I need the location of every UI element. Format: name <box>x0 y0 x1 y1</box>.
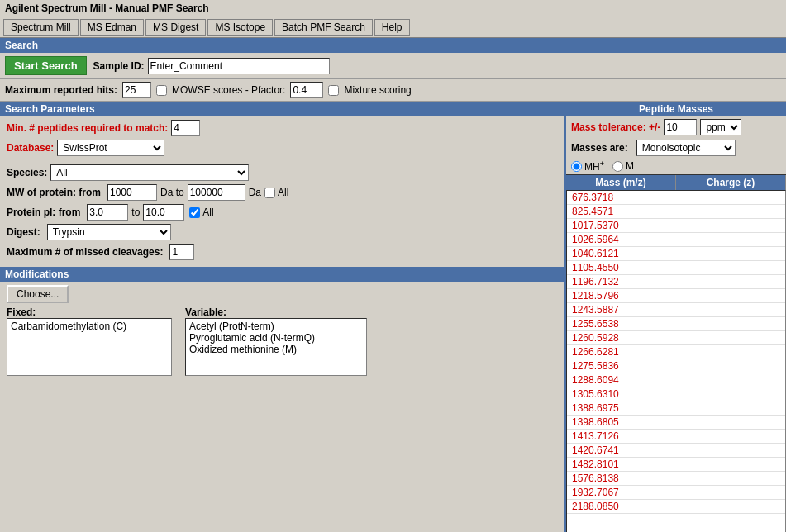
mw-da-label: Da to <box>160 187 184 198</box>
mw-from-input[interactable] <box>107 184 157 201</box>
table-row: 1305.6310 <box>567 387 785 401</box>
table-row: 1413.7126 <box>567 430 785 444</box>
variable-label: Variable: <box>185 306 226 318</box>
charge-value <box>676 486 785 499</box>
menu-spectrum-mill[interactable]: Spectrum Mill <box>3 19 79 36</box>
charge-value <box>676 387 785 401</box>
mowse-input[interactable] <box>290 82 323 98</box>
variable-item-2: Oxidized methionine (M) <box>189 344 363 355</box>
species-label: Species: <box>7 167 47 178</box>
mass-value: 1196.7132 <box>567 275 676 288</box>
charge-value <box>676 401 785 415</box>
menu-ms-digest[interactable]: MS Digest <box>145 19 206 36</box>
mw-da-label2: Da <box>249 187 261 198</box>
missed-cleavages-row: Maximum # of missed cleavages: <box>7 244 558 260</box>
mass-column-header: Mass (m/z) <box>566 175 676 190</box>
mw-row: MW of protein: from Da to Da All <box>7 184 558 201</box>
digest-row: Digest: Trypsin Chymotrypsin GluC LysC N… <box>7 224 558 240</box>
charge-value <box>676 261 785 274</box>
mass-value: 1026.5964 <box>567 233 676 246</box>
mass-value: 1243.5887 <box>567 303 676 316</box>
sample-id-label: Sample ID: <box>93 60 145 72</box>
table-row: 1196.7132 <box>567 275 785 289</box>
choose-button[interactable]: Choose... <box>7 285 69 303</box>
m-label: M <box>626 160 634 172</box>
mass-value: 1017.5370 <box>567 219 676 232</box>
charge-value <box>676 331 785 344</box>
pi-all-checkbox[interactable] <box>189 207 200 218</box>
mh-plus-radio[interactable] <box>571 161 582 172</box>
table-row: 1288.6094 <box>567 373 785 387</box>
table-row: 1026.5964 <box>567 233 785 247</box>
species-select[interactable]: All <box>50 164 249 181</box>
menu-batch-pmf[interactable]: Batch PMF Search <box>274 19 373 36</box>
table-row: 1105.4550 <box>567 261 785 275</box>
mixture-label: Mixture scoring <box>344 84 411 96</box>
m-radio[interactable] <box>612 161 623 172</box>
charge-value <box>676 444 785 457</box>
max-hits-input[interactable] <box>122 82 151 98</box>
menu-bar: Spectrum Mill MS Edman MS Digest MS Isot… <box>0 17 786 38</box>
fixed-section: Fixed: Carbamidomethylation (C) <box>7 306 172 376</box>
min-peptides-input[interactable] <box>171 120 200 136</box>
variable-item-1: Pyroglutamic acid (N-termQ) <box>189 332 363 344</box>
digest-select[interactable]: Trypsin Chymotrypsin GluC LysC None <box>47 224 171 240</box>
mh-plus-label: MH+ <box>584 159 604 173</box>
m-radio-label[interactable]: M <box>612 160 634 172</box>
charge-value <box>676 289 785 302</box>
table-row: 1932.7067 <box>567 486 785 500</box>
mass-tolerance-row: Mass tolerance: +/- ppm Da <box>566 116 786 138</box>
charge-value <box>676 247 785 260</box>
charge-value <box>676 458 785 471</box>
mass-tolerance-unit-select[interactable]: ppm Da <box>700 119 741 135</box>
mh-m-row: MH+ M <box>566 158 786 174</box>
min-peptides-row: Min. # peptides required to match: <box>7 120 558 136</box>
search-section-header: Search <box>0 38 786 53</box>
pi-from-label: Protein pI: from <box>7 207 80 218</box>
search-params-header: Search Parameters <box>0 102 564 116</box>
modifications-section: Choose... Fixed: Carbamidomethylation (C… <box>0 282 564 379</box>
pi-from-input[interactable] <box>87 204 128 221</box>
species-row: Species: All <box>7 164 558 181</box>
missed-cleavages-label: Maximum # of missed cleavages: <box>7 246 163 258</box>
charge-value <box>676 275 785 288</box>
charge-column-header: Charge (z) <box>676 175 786 190</box>
table-row: 1260.5928 <box>567 331 785 345</box>
pi-to-input[interactable] <box>143 204 184 221</box>
database-row: Database: SwissProt UniProt NCBInr IPI <box>7 140 558 156</box>
charge-value <box>676 359 785 373</box>
fixed-var-row: Fixed: Carbamidomethylation (C) Variable… <box>7 306 558 376</box>
mass-value: 2188.0850 <box>567 500 676 513</box>
missed-cleavages-input[interactable] <box>169 244 194 260</box>
mass-table-body[interactable]: 676.3718825.45711017.53701026.59641040.6… <box>566 190 786 532</box>
mw-to-input[interactable] <box>188 184 245 201</box>
charge-value <box>676 472 785 485</box>
charge-value <box>676 430 785 443</box>
mh-plus-radio-label[interactable]: MH+ <box>571 159 604 173</box>
max-hits-row: Maximum reported hits: MOWSE scores - Pf… <box>0 79 786 102</box>
menu-ms-isotope[interactable]: MS Isotope <box>207 19 273 36</box>
pi-row: Protein pI: from to All <box>7 204 558 221</box>
masses-are-label: Masses are: <box>571 142 628 154</box>
menu-ms-edman[interactable]: MS Edman <box>80 19 144 36</box>
table-row: 1040.6121 <box>567 247 785 261</box>
table-row: 1420.6741 <box>567 444 785 458</box>
mixture-checkbox[interactable] <box>328 85 339 96</box>
start-search-button[interactable]: Start Search <box>5 56 87 75</box>
mass-value: 1420.6741 <box>567 444 676 457</box>
param-grid: Min. # peptides required to match: Datab… <box>0 116 564 267</box>
table-row: 1266.6281 <box>567 345 785 359</box>
mass-tolerance-input[interactable] <box>664 119 697 135</box>
mw-all-checkbox[interactable] <box>264 188 275 198</box>
masses-are-select[interactable]: Monoisotopic Average <box>636 140 736 156</box>
table-row: 1576.8138 <box>567 472 785 486</box>
database-select[interactable]: SwissProt UniProt NCBInr IPI <box>57 140 164 156</box>
sample-id-input[interactable] <box>148 58 330 74</box>
mass-table-header: Mass (m/z) Charge (z) <box>566 174 786 190</box>
mass-value: 825.4571 <box>567 205 676 218</box>
menu-help[interactable]: Help <box>374 19 410 36</box>
mowse-checkbox[interactable] <box>156 85 167 96</box>
mass-value: 676.3718 <box>567 191 676 204</box>
mass-value: 1218.5796 <box>567 289 676 302</box>
mass-value: 1260.5928 <box>567 331 676 344</box>
